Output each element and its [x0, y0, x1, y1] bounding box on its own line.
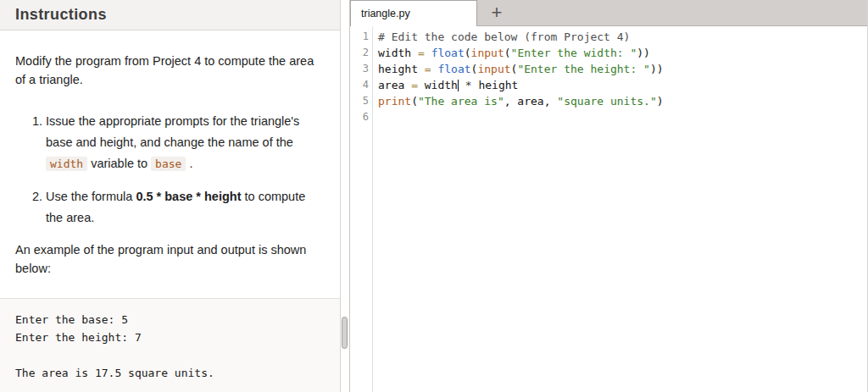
instruction-step: Use the formula 0.5 * base * height to c… — [46, 186, 325, 229]
instruction-step: Issue the appropriate prompts for the tr… — [46, 111, 325, 174]
tab-triangle-py[interactable]: triangle.py — [350, 0, 477, 26]
plus-icon: + — [492, 3, 503, 22]
line-number: 4 — [350, 77, 369, 93]
new-tab-button[interactable]: + — [477, 0, 516, 25]
example-intro: An example of the program input and outp… — [15, 240, 325, 278]
editor-tab-bar: triangle.py + — [350, 0, 867, 26]
code-line: print("The area is", area, "square units… — [378, 93, 867, 109]
code-line: width = float(input("Enter the width: ")… — [378, 45, 867, 61]
example-output: Enter the base: 5Enter the height: 7 The… — [0, 298, 340, 392]
instructions-header: Instructions — [0, 0, 340, 30]
code-line: height = float(input("Enter the height: … — [378, 61, 867, 77]
instructions-title: Instructions — [15, 6, 107, 24]
code-line: area = width * height — [378, 77, 867, 93]
code-area[interactable]: # Edit the code below (from Project 4)wi… — [373, 26, 867, 392]
app-window: Instructions Modify the program from Pro… — [0, 0, 868, 392]
instructions-intro: Modify the program from Project 4 to com… — [15, 52, 325, 89]
tab-label: triangle.py — [361, 8, 410, 19]
steps-list: Issue the appropriate prompts for the tr… — [15, 111, 325, 229]
editor-body: 123456 # Edit the code below (from Proje… — [350, 26, 867, 392]
example-output-line: Enter the height: 7 — [15, 329, 340, 346]
line-number: 2 — [350, 45, 369, 61]
code-line — [378, 109, 867, 125]
instructions-body: Modify the program from Project 4 to com… — [0, 30, 340, 298]
example-output-line: The area is 17.5 square units. — [15, 364, 340, 382]
example-output-line: Enter the base: 5 — [15, 311, 340, 329]
instructions-panel: Instructions Modify the program from Pro… — [0, 0, 341, 392]
code-editor-panel: triangle.py + 123456 # Edit the code bel… — [350, 0, 868, 392]
code-line: # Edit the code below (from Project 4) — [378, 29, 867, 45]
line-number: 3 — [350, 61, 369, 77]
scrollbar-thumb[interactable] — [342, 317, 348, 349]
line-number: 5 — [350, 93, 369, 109]
line-number: 6 — [350, 109, 369, 125]
instructions-scrollbar — [341, 0, 350, 392]
line-number: 1 — [350, 29, 369, 45]
example-output-line — [15, 346, 340, 364]
line-number-gutter: 123456 — [350, 26, 373, 392]
